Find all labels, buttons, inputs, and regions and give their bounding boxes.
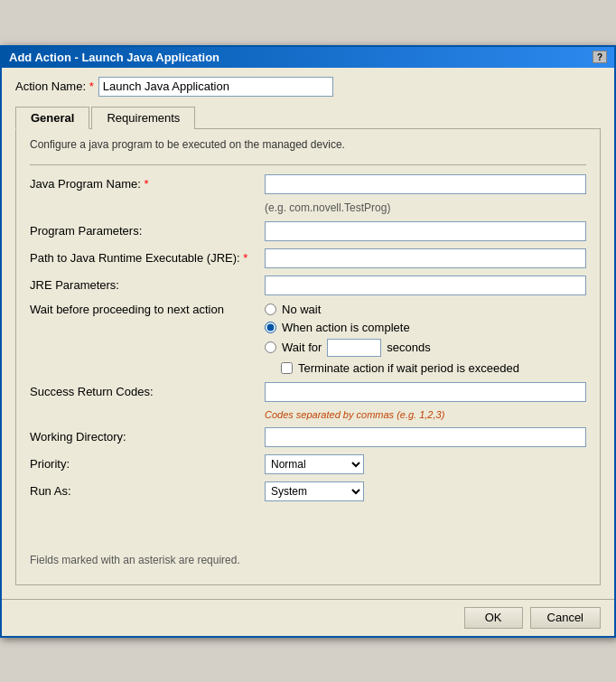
priority-row: Priority: Normal High Low [30, 454, 586, 474]
java-program-name-label: Java Program Name: * [30, 177, 265, 191]
tab-content-general: Configure a java program to be executed … [15, 129, 601, 585]
tab-requirements[interactable]: Requirements [91, 107, 195, 129]
working-directory-label: Working Directory: [30, 430, 265, 444]
success-codes-row: Success Return Codes: [30, 382, 586, 402]
tabs: General Requirements [15, 106, 601, 129]
dialog-buttons: OK Cancel [2, 599, 614, 636]
wait-options: No wait When action is complete Wait for… [265, 303, 519, 375]
footer-note: Fields marked with an asterisk are requi… [30, 554, 586, 566]
run-as-label: Run As: [30, 484, 265, 498]
ok-button[interactable]: OK [464, 607, 523, 629]
title-bar: Add Action - Launch Java Application ? [2, 47, 614, 68]
program-parameters-row: Program Parameters: [30, 221, 586, 241]
codes-hint: Codes separated by commas (e.g. 1,2,3) [265, 409, 586, 420]
separator [30, 164, 586, 165]
priority-label: Priority: [30, 457, 265, 471]
java-program-required: * [144, 177, 148, 191]
title-bar-buttons: ? [593, 51, 607, 63]
wait-seconds-input[interactable] [327, 339, 381, 357]
working-directory-input[interactable] [265, 427, 586, 447]
wait-section: Wait before proceeding to next action No… [30, 303, 586, 375]
java-program-name-row: Java Program Name: * [30, 174, 586, 194]
help-button[interactable]: ? [593, 51, 607, 63]
priority-select[interactable]: Normal High Low [265, 454, 364, 474]
dialog-title: Add Action - Launch Java Application [9, 51, 219, 64]
wait-for-row: Wait for seconds [265, 339, 519, 357]
java-program-hint: (e.g. com.novell.TestProg) [265, 201, 586, 214]
success-codes-input[interactable] [265, 382, 586, 402]
no-wait-radio[interactable] [265, 304, 276, 315]
working-directory-row: Working Directory: [30, 427, 586, 447]
jre-parameters-row: JRE Parameters: [30, 276, 586, 295]
no-wait-row: No wait [265, 303, 519, 316]
tab-general[interactable]: General [15, 107, 89, 129]
wait-for-radio[interactable] [265, 341, 276, 353]
required-marker: * [89, 79, 94, 93]
program-parameters-label: Program Parameters: [30, 224, 265, 238]
when-complete-radio[interactable] [265, 322, 276, 333]
path-jre-row: Path to Java Runtime Executable (JRE): * [30, 248, 586, 268]
dialog-content: Action Name: * General Requirements Conf… [2, 68, 614, 599]
terminate-label: Terminate action if wait period is excee… [298, 361, 519, 375]
path-jre-input[interactable] [265, 248, 586, 268]
run-as-row: Run As: System User [30, 481, 586, 501]
terminate-row: Terminate action if wait period is excee… [281, 361, 519, 375]
when-complete-row: When action is complete [265, 321, 519, 334]
when-complete-label: When action is complete [282, 321, 410, 334]
java-program-name-input[interactable] [265, 174, 586, 194]
dialog-window: Add Action - Launch Java Application ? A… [0, 45, 616, 638]
cancel-button[interactable]: Cancel [530, 607, 601, 629]
success-codes-label: Success Return Codes: [30, 385, 265, 398]
action-name-label: Action Name: * [15, 79, 94, 93]
wait-label: Wait before proceeding to next action [30, 303, 265, 375]
description-text: Configure a java program to be executed … [30, 138, 586, 151]
terminate-checkbox[interactable] [281, 362, 293, 374]
action-name-row: Action Name: * [15, 77, 601, 97]
no-wait-label: No wait [282, 303, 321, 316]
run-as-select[interactable]: System User [265, 481, 364, 501]
path-jre-label: Path to Java Runtime Executable (JRE): * [30, 251, 265, 265]
wait-for-label: Wait for [282, 341, 322, 354]
action-name-input[interactable] [98, 77, 333, 97]
seconds-label: seconds [387, 341, 430, 354]
path-jre-required: * [243, 251, 247, 265]
jre-parameters-label: JRE Parameters: [30, 278, 265, 292]
jre-parameters-input[interactable] [265, 276, 586, 295]
program-parameters-input[interactable] [265, 221, 586, 241]
